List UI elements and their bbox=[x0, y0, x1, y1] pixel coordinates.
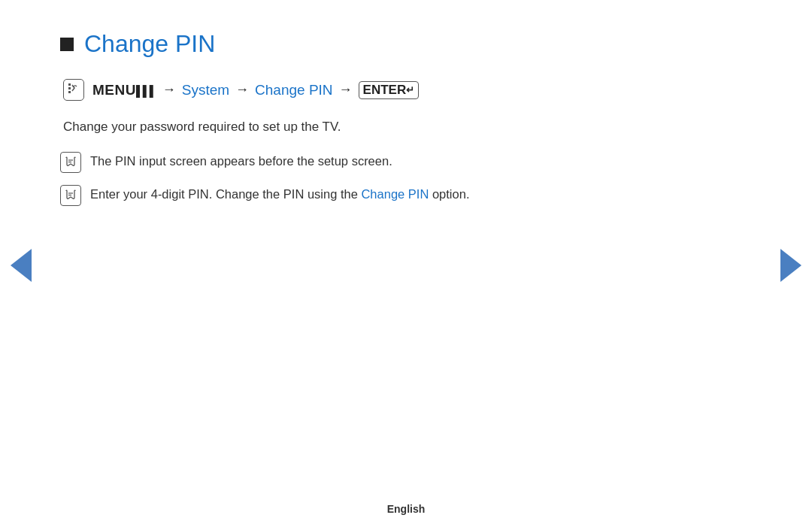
menu-path-row: MENU▌▌▌ → System → Change PIN → ENTER↵ bbox=[63, 79, 752, 101]
description-text: Change your password required to set up … bbox=[63, 117, 752, 137]
enter-icon: ENTER↵ bbox=[359, 81, 420, 99]
footer-language: English bbox=[387, 503, 426, 515]
note-icon-1 bbox=[60, 152, 81, 173]
note-2-before: Enter your 4-digit PIN. Change the PIN u… bbox=[90, 187, 361, 201]
menu-arrow-3: → bbox=[339, 82, 353, 98]
note-2-after: option. bbox=[429, 187, 469, 201]
svg-rect-2 bbox=[68, 91, 71, 93]
note-text-2: Enter your 4-digit PIN. Change the PIN u… bbox=[90, 185, 469, 204]
nav-arrow-right[interactable] bbox=[780, 249, 801, 282]
system-link: System bbox=[182, 82, 229, 98]
note-row-2: Enter your 4-digit PIN. Change the PIN u… bbox=[60, 185, 752, 206]
heading-square-icon bbox=[60, 38, 74, 51]
menu-label: MENU▌▌▌ bbox=[92, 82, 156, 98]
note-row-1: The PIN input screen appears before the … bbox=[60, 152, 752, 173]
menu-arrow-2: → bbox=[235, 82, 249, 98]
menu-m-icon bbox=[63, 79, 84, 101]
change-pin-link-nav: Change PIN bbox=[255, 82, 333, 98]
change-pin-inline-link: Change PIN bbox=[361, 187, 429, 201]
note-icon-2 bbox=[60, 185, 81, 206]
menu-arrow-1: → bbox=[162, 82, 176, 98]
svg-rect-1 bbox=[68, 87, 71, 89]
nav-arrow-left[interactable] bbox=[11, 249, 32, 282]
main-content: Change PIN MENU▌▌▌ → System → Change PIN… bbox=[0, 0, 812, 248]
svg-rect-0 bbox=[68, 83, 71, 86]
note-text-1: The PIN input screen appears before the … bbox=[90, 152, 392, 171]
page-title: Change PIN bbox=[84, 30, 215, 58]
heading-row: Change PIN bbox=[60, 30, 752, 58]
